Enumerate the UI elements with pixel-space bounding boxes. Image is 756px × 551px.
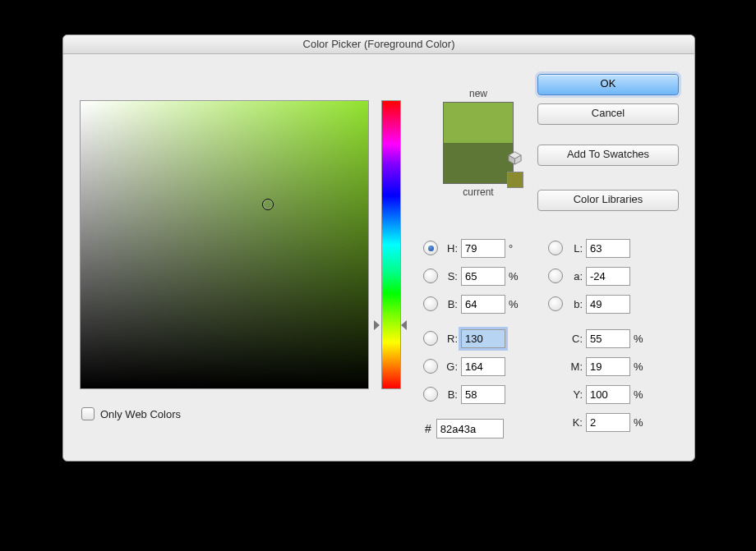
color-field[interactable] (80, 100, 369, 389)
ok-button[interactable]: OK (537, 74, 679, 95)
value-gradient (81, 101, 368, 388)
lab-l-label: L: (566, 242, 583, 255)
hue-slider[interactable] (381, 100, 401, 389)
saturation-label: S: (441, 270, 458, 282)
lab-a-input[interactable] (586, 267, 630, 286)
hue-label: H: (441, 242, 458, 255)
saturation-row: S: % (423, 264, 520, 287)
window-content: new current OK Cancel Add To Swatches Co… (63, 54, 694, 461)
yellow-unit: % (634, 388, 645, 401)
red-row: R: (423, 327, 505, 350)
current-color-swatch[interactable] (444, 143, 513, 183)
cube-icon[interactable] (508, 151, 522, 165)
blue-input[interactable] (461, 385, 505, 404)
blue-radio[interactable] (423, 387, 438, 402)
lab-a-row: a: (548, 264, 630, 287)
web-colors-checkbox[interactable] (81, 407, 94, 420)
lab-a-label: a: (566, 270, 583, 282)
current-label: current (425, 186, 532, 198)
window-title: Color Picker (Foreground Color) (63, 35, 694, 54)
green-label: G: (441, 360, 458, 373)
red-label: R: (441, 333, 458, 345)
add-to-swatches-button[interactable]: Add To Swatches (537, 145, 679, 166)
hue-radio[interactable] (423, 241, 438, 255)
brightness-input[interactable] (461, 295, 505, 314)
lab-b-label: b: (566, 298, 583, 310)
saturation-unit: % (509, 270, 520, 282)
yellow-row: Y: % (561, 383, 645, 406)
color-field-cursor[interactable] (262, 199, 274, 210)
web-colors-row: Only Web Colors (81, 407, 181, 420)
brightness-radio[interactable] (423, 296, 438, 311)
green-radio[interactable] (423, 359, 438, 374)
magenta-input[interactable] (586, 357, 630, 376)
new-label: new (425, 88, 532, 99)
green-row: G: (423, 355, 505, 378)
web-safe-swatch[interactable] (507, 172, 523, 188)
lab-l-input[interactable] (586, 239, 630, 258)
hex-label: # (425, 422, 431, 435)
brightness-label: B: (441, 298, 458, 310)
swatch-box (443, 102, 514, 184)
lab-b-row: b: (548, 292, 630, 315)
hex-row: # (425, 419, 504, 439)
yellow-input[interactable] (586, 385, 630, 404)
red-radio[interactable] (423, 331, 438, 346)
magenta-unit: % (634, 360, 645, 373)
web-colors-label: Only Web Colors (100, 408, 181, 420)
new-color-swatch[interactable] (444, 103, 513, 143)
hue-row: H: ° (423, 236, 520, 259)
cyan-row: C: % (561, 327, 645, 350)
saturation-radio[interactable] (423, 269, 438, 283)
red-input[interactable] (461, 329, 505, 348)
brightness-unit: % (509, 298, 520, 310)
cyan-label: C: (561, 333, 583, 345)
saturation-input[interactable] (461, 267, 505, 286)
hue-unit: ° (509, 242, 520, 255)
cancel-button[interactable]: Cancel (537, 103, 679, 125)
lab-b-radio[interactable] (548, 296, 563, 311)
yellow-label: Y: (561, 388, 583, 401)
black-label: K: (561, 416, 583, 429)
lab-b-input[interactable] (586, 295, 630, 314)
hue-arrow-left-icon (374, 320, 380, 330)
black-row: K: % (561, 411, 645, 434)
cyan-unit: % (634, 333, 645, 345)
blue-label: B: (441, 388, 458, 401)
brightness-row: B: % (423, 292, 520, 315)
black-input[interactable] (586, 413, 630, 432)
magenta-label: M: (561, 360, 583, 373)
cyan-input[interactable] (586, 329, 630, 348)
hue-arrow-right-icon (401, 320, 407, 330)
black-unit: % (634, 416, 645, 429)
blue-row: B: (423, 383, 505, 406)
green-input[interactable] (461, 357, 505, 376)
lab-l-row: L: (548, 236, 630, 259)
color-libraries-button[interactable]: Color Libraries (537, 190, 679, 211)
hex-input[interactable] (436, 419, 504, 439)
lab-a-radio[interactable] (548, 269, 563, 283)
magenta-row: M: % (561, 355, 645, 378)
color-picker-window: Color Picker (Foreground Color) new curr… (62, 34, 695, 461)
hue-input[interactable] (461, 239, 505, 258)
lab-l-radio[interactable] (548, 241, 563, 255)
